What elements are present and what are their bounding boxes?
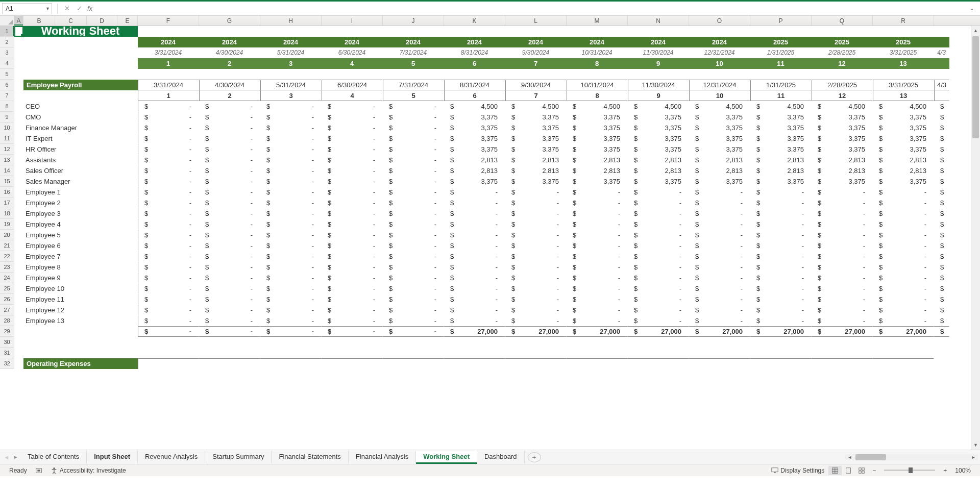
year-header[interactable]: 2024	[444, 37, 505, 47]
money-cell[interactable]: $-	[260, 122, 322, 133]
cell-gutter[interactable]	[14, 80, 23, 90]
money-cell[interactable]: $-	[628, 230, 689, 240]
money-cell[interactable]: $-	[199, 283, 260, 294]
money-cell[interactable]: $2,813	[567, 165, 628, 176]
payroll-row-label[interactable]: CMO	[23, 112, 138, 122]
blank-row[interactable]	[14, 337, 949, 348]
cell-gutter[interactable]	[14, 315, 23, 326]
period-index[interactable]: 10	[689, 58, 750, 69]
money-cell[interactable]: $-	[138, 133, 199, 144]
money-cell[interactable]: $-	[138, 262, 199, 273]
payroll-row-label[interactable]: Sales Officer	[23, 165, 138, 176]
column-header-G[interactable]: G	[199, 16, 260, 26]
column-header-I[interactable]: I	[322, 16, 383, 26]
money-cell[interactable]: $-	[199, 155, 260, 165]
column-header-N[interactable]: N	[628, 16, 689, 26]
money-cell[interactable]: $-	[873, 219, 934, 230]
page-break-view-icon[interactable]	[855, 466, 868, 475]
horizontal-scrollbar[interactable]: ◄ ►	[845, 454, 978, 460]
scroll-left-icon[interactable]: ◄	[845, 455, 854, 460]
money-cell[interactable]: $-	[260, 273, 322, 283]
money-cell[interactable]: $-	[444, 305, 505, 315]
column-header-K[interactable]: K	[444, 16, 505, 26]
money-cell[interactable]: $27,000	[567, 326, 628, 337]
money-cell[interactable]: $-	[322, 176, 383, 187]
money-cell[interactable]: $27,000	[505, 326, 567, 337]
row-header-19[interactable]: 19	[0, 219, 14, 230]
money-cell[interactable]: $-	[628, 208, 689, 219]
column-header-P[interactable]: P	[750, 16, 812, 26]
money-cell[interactable]: $-	[322, 198, 383, 208]
money-cell[interactable]: $-	[444, 187, 505, 198]
money-cell[interactable]: $-	[505, 208, 567, 219]
payroll-row-label[interactable]: Assistants	[23, 155, 138, 165]
money-cell-partial[interactable]: $	[934, 165, 949, 176]
column-header-E[interactable]: E	[117, 16, 138, 26]
money-cell[interactable]: $-	[628, 198, 689, 208]
row-header-3[interactable]: 3	[0, 47, 14, 58]
table-date-header[interactable]: 10/31/2024	[567, 80, 628, 90]
row-header-15[interactable]: 15	[0, 176, 14, 187]
money-cell[interactable]: $3,375	[567, 176, 628, 187]
sheet-tab-financial-statements[interactable]: Financial Statements	[272, 451, 348, 463]
money-cell[interactable]: $3,375	[505, 122, 567, 133]
row-header-10[interactable]: 10	[0, 122, 14, 133]
money-cell[interactable]: $3,375	[505, 112, 567, 122]
blank-cell[interactable]	[750, 358, 812, 369]
chevron-down-icon[interactable]: ▼	[45, 6, 50, 11]
money-cell[interactable]: $3,375	[628, 133, 689, 144]
blank-cell[interactable]	[138, 26, 199, 37]
money-cell[interactable]: $2,813	[567, 155, 628, 165]
cell-gutter[interactable]	[14, 294, 23, 305]
money-cell[interactable]: $-	[812, 315, 873, 326]
money-cell[interactable]: $-	[199, 219, 260, 230]
money-cell[interactable]: $-	[873, 187, 934, 198]
row-header-26[interactable]: 26	[0, 294, 14, 305]
money-cell[interactable]: $-	[260, 262, 322, 273]
payroll-row-label[interactable]: Sales Manager	[23, 176, 138, 187]
money-cell[interactable]: $-	[750, 219, 812, 230]
money-cell[interactable]: $-	[260, 305, 322, 315]
money-cell[interactable]: $2,813	[750, 165, 812, 176]
money-cell[interactable]: $-	[750, 294, 812, 305]
money-cell[interactable]: $-	[383, 187, 444, 198]
blank-cell[interactable]	[505, 358, 567, 369]
money-cell[interactable]: $2,813	[873, 165, 934, 176]
money-cell[interactable]: $-	[138, 230, 199, 240]
page-layout-view-icon[interactable]	[842, 466, 855, 475]
money-cell[interactable]: $3,375	[812, 176, 873, 187]
cell-gutter[interactable]	[14, 198, 23, 208]
money-cell[interactable]: $-	[322, 283, 383, 294]
money-cell[interactable]: $-	[260, 144, 322, 155]
column-header-H[interactable]: H	[260, 16, 322, 26]
money-cell[interactable]: $-	[750, 283, 812, 294]
money-cell[interactable]: $3,375	[812, 112, 873, 122]
money-cell[interactable]: $-	[322, 112, 383, 122]
column-header-Q[interactable]: Q	[812, 16, 873, 26]
money-cell[interactable]: $3,375	[628, 144, 689, 155]
column-header-R[interactable]: R	[873, 16, 934, 26]
cell-gutter[interactable]	[14, 251, 23, 262]
column-header-O[interactable]: O	[689, 16, 750, 26]
money-cell[interactable]: $2,813	[444, 155, 505, 165]
column-header-A[interactable]: A	[14, 16, 23, 26]
payroll-row-label[interactable]: CEO	[23, 101, 138, 112]
money-cell[interactable]: $-	[199, 122, 260, 133]
money-cell[interactable]: $-	[199, 208, 260, 219]
blank-cell[interactable]	[873, 26, 934, 37]
display-settings-button[interactable]: Display Settings	[771, 467, 824, 474]
money-cell[interactable]: $-	[567, 187, 628, 198]
money-cell[interactable]: $-	[383, 144, 444, 155]
year-header[interactable]: 2024	[322, 37, 383, 47]
money-cell[interactable]: $2,813	[628, 165, 689, 176]
money-cell[interactable]: $-	[812, 262, 873, 273]
money-cell[interactable]: $-	[444, 230, 505, 240]
table-index-header[interactable]: 10	[689, 90, 750, 101]
money-cell[interactable]: $4,500	[689, 101, 750, 112]
money-cell[interactable]: $3,375	[750, 144, 812, 155]
macro-record-icon[interactable]	[35, 467, 42, 474]
period-index[interactable]: 2	[199, 58, 260, 69]
money-cell[interactable]: $3,375	[505, 133, 567, 144]
column-header-J[interactable]: J	[383, 16, 444, 26]
blank-left[interactable]	[14, 47, 138, 58]
